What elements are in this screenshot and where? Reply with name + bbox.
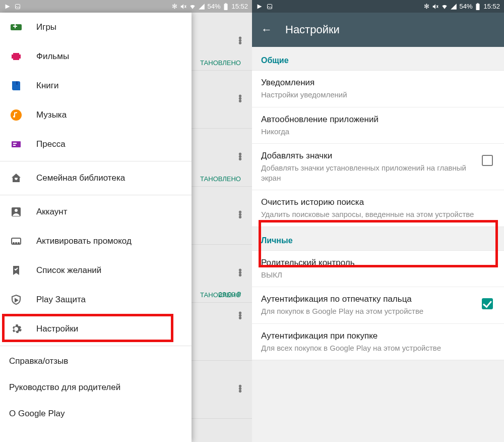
svg-rect-6 [19, 53, 21, 54]
nav-drawer: Игры Фильмы Книги Музыка Пресса Семейн [0, 13, 192, 442]
mute-icon [180, 3, 187, 10]
svg-point-16 [13, 243, 14, 244]
image-icon [14, 3, 21, 10]
drawer-item-promo[interactable]: Активировать промокод [0, 227, 192, 256]
play-icon [4, 3, 11, 10]
book-icon [9, 79, 23, 93]
appbar: ← Настройки [252, 13, 504, 47]
drawer-item-family[interactable]: Семейная библиотека [0, 163, 192, 193]
row-sub: Для всех покупок в Google Play на этом у… [261, 343, 495, 353]
gear-icon [9, 322, 23, 336]
svg-rect-0 [16, 4, 20, 9]
status-bar: ✻ 54% 15:52 [252, 0, 504, 13]
battery-icon [222, 3, 229, 10]
row-sub: Настройки уведомлений [261, 90, 495, 100]
phone-left: ✻ 54% 15:52 •••ТАНОВЛЕНО ••• •••ТАНОВЛЕН… [0, 0, 252, 442]
svg-rect-20 [476, 4, 480, 10]
svg-rect-5 [12, 59, 13, 60]
svg-point-18 [18, 243, 19, 244]
row-parental[interactable]: Родительский контроль ВЫКЛ [252, 251, 504, 288]
bluetooth-icon: ✻ [423, 3, 430, 10]
promo-icon [9, 234, 23, 248]
drawer-item-music[interactable]: Музыка [0, 100, 192, 130]
svg-point-14 [15, 209, 18, 212]
row-title: Аутентификация по отпечатку пальца [261, 294, 475, 304]
more-icon[interactable]: ••• [238, 385, 241, 393]
mute-icon [432, 3, 439, 10]
clock: 15:52 [483, 3, 500, 10]
more-icon[interactable]: ••• [238, 95, 241, 102]
section-general: Уведомления Настройки уведомлений Автооб… [252, 70, 504, 227]
status-bar: ✻ 54% 15:52 [0, 0, 252, 13]
drawer-footer-parents[interactable]: Руководство для родителей [0, 374, 192, 401]
more-icon[interactable]: ••• [238, 269, 241, 277]
svg-rect-8 [16, 81, 18, 85]
music-icon [9, 108, 23, 122]
checkbox-checked[interactable] [482, 298, 493, 309]
row-purchase-auth[interactable]: Аутентификация при покупке Для всех поку… [252, 324, 504, 360]
price: 29,00 ₽ [219, 291, 241, 298]
signal-icon [450, 3, 457, 10]
svg-rect-4 [12, 53, 13, 54]
drawer-item-label: Аккаунт [36, 207, 68, 217]
row-notifications[interactable]: Уведомления Настройки уведомлений [252, 71, 504, 107]
row-add-icons[interactable]: Добавлять значки Добавлять значки устано… [252, 144, 504, 190]
drawer-footer-about[interactable]: О Google Play [0, 401, 192, 427]
shield-icon [9, 293, 23, 307]
drawer-item-games[interactable]: Игры [0, 13, 192, 42]
row-sub: ВЫКЛ [261, 270, 495, 280]
checkbox[interactable] [482, 155, 493, 166]
more-icon[interactable]: ••• [238, 312, 241, 319]
home-heart-icon [9, 171, 23, 185]
svg-point-17 [16, 243, 17, 244]
section-header-personal: Личные [252, 227, 504, 250]
drawer-item-label: Список желаний [36, 265, 101, 275]
page-title: Настройки [285, 23, 340, 36]
svg-rect-12 [13, 145, 16, 146]
svg-rect-21 [477, 3, 479, 4]
drawer-footer-help[interactable]: Справка/отзыв [0, 348, 192, 374]
play-icon [256, 3, 263, 10]
more-icon[interactable]: ••• [238, 153, 241, 160]
row-fingerprint[interactable]: Аутентификация по отпечатку пальца Для п… [252, 287, 504, 324]
svg-rect-7 [19, 59, 21, 60]
row-title: Автообновление приложений [261, 115, 495, 125]
phone-right: ✻ 54% 15:52 ← Настройки Общие Уведомлени… [252, 0, 504, 442]
battery-pct: 54% [207, 3, 220, 10]
row-clear-history[interactable]: Очистить историю поиска Удалить поисковы… [252, 190, 504, 227]
drawer-item-label: Игры [36, 22, 56, 32]
more-icon[interactable]: ••• [238, 211, 241, 218]
divider [0, 195, 192, 195]
drawer-item-label: Музыка [36, 110, 67, 120]
row-sub: Удалить поисковые запросы, введенные на … [261, 209, 495, 219]
row-sub: Никогда [261, 127, 495, 137]
section-header-general: Общие [252, 47, 504, 70]
svg-point-9 [11, 109, 22, 121]
wifi-icon [189, 3, 196, 10]
drawer-item-account[interactable]: Аккаунт [0, 197, 192, 227]
bookmark-icon [9, 263, 23, 278]
clock: 15:52 [231, 3, 248, 10]
battery-icon [474, 3, 481, 10]
row-autoupdate[interactable]: Автообновление приложений Никогда [252, 107, 504, 144]
drawer-item-settings[interactable]: Настройки [0, 314, 192, 344]
back-icon[interactable]: ← [261, 23, 272, 36]
row-sub: Для покупок в Google Play на этом устрой… [261, 306, 475, 316]
svg-rect-2 [225, 3, 227, 4]
drawer-item-wishlist[interactable]: Список желаний [0, 256, 192, 285]
news-icon [9, 137, 23, 151]
drawer-item-books[interactable]: Книги [0, 71, 192, 100]
drawer-item-label: Семейная библиотека [36, 173, 125, 183]
drawer-item-label: Книги [36, 81, 58, 91]
drawer-item-news[interactable]: Пресса [0, 130, 192, 159]
drawer-item-protect[interactable]: Play Защита [0, 285, 192, 314]
account-icon [9, 205, 23, 219]
drawer-item-movies[interactable]: Фильмы [0, 42, 192, 71]
battery-pct: 54% [459, 3, 472, 10]
more-icon[interactable]: ••• [238, 37, 241, 44]
svg-rect-11 [13, 143, 17, 144]
bluetooth-icon: ✻ [171, 3, 178, 10]
row-title: Уведомления [261, 78, 495, 88]
signal-icon [198, 3, 205, 10]
row-title: Добавлять значки [261, 151, 475, 161]
